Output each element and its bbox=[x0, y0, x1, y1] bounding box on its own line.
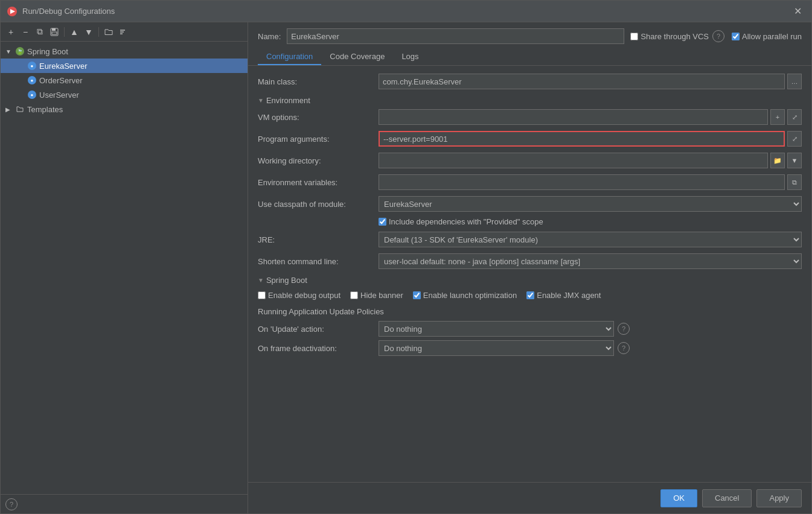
item-arrow-order bbox=[18, 77, 27, 84]
close-button[interactable]: ✕ bbox=[790, 4, 805, 18]
spring-boot-options-row: Enable debug output Hide banner Enable l… bbox=[258, 288, 802, 302]
environment-section-header[interactable]: ▼ Environment bbox=[258, 96, 802, 105]
tree-item-eureka-server[interactable]: ● EurekaServer bbox=[1, 59, 248, 73]
allow-parallel-checkbox[interactable] bbox=[732, 33, 740, 40]
save-config-button[interactable] bbox=[48, 25, 61, 39]
ok-button[interactable]: OK bbox=[660, 489, 697, 507]
frame-deactivation-field: Do nothing ? bbox=[379, 340, 630, 356]
frame-deactivation-row: On frame deactivation: Do nothing ? bbox=[258, 340, 802, 356]
hide-banner-wrap[interactable]: Hide banner bbox=[350, 291, 403, 300]
frame-deactivation-select[interactable]: Do nothing bbox=[379, 340, 614, 356]
vm-options-input[interactable] bbox=[379, 109, 768, 125]
group-arrow: ▼ bbox=[5, 48, 15, 55]
update-action-label: On 'Update' action: bbox=[258, 325, 379, 334]
enable-debug-wrap[interactable]: Enable debug output bbox=[258, 291, 340, 300]
share-vcs-help-button[interactable]: ? bbox=[712, 30, 724, 42]
svg-rect-3 bbox=[52, 28, 56, 31]
main-class-input[interactable] bbox=[379, 74, 785, 89]
program-args-label: Program arguments: bbox=[258, 135, 379, 144]
enable-jmx-wrap[interactable]: Enable JMX agent bbox=[526, 291, 601, 300]
tree-item-order-server[interactable]: ● OrderServer bbox=[1, 73, 248, 87]
cancel-button[interactable]: Cancel bbox=[702, 489, 752, 507]
tree-group-spring-boot[interactable]: ▼ 🍃 Spring Boot bbox=[1, 44, 248, 59]
enable-jmx-checkbox[interactable] bbox=[526, 291, 534, 299]
frame-deactivation-help-button[interactable]: ? bbox=[618, 342, 630, 354]
program-args-expand-button[interactable]: ⤢ bbox=[787, 131, 802, 147]
update-action-help-button[interactable]: ? bbox=[618, 323, 630, 335]
working-dir-browse-button[interactable]: 📁 bbox=[770, 153, 785, 168]
enable-debug-checkbox[interactable] bbox=[258, 291, 266, 299]
hide-banner-checkbox[interactable] bbox=[350, 291, 358, 299]
header-options: Share through VCS ? Allow parallel run bbox=[630, 30, 802, 42]
eureka-server-icon: ● bbox=[27, 61, 37, 71]
shorten-select[interactable]: user-local default: none - java [options… bbox=[379, 253, 802, 269]
update-action-row: On 'Update' action: Do nothing ? bbox=[258, 321, 802, 337]
toolbar-separator bbox=[64, 27, 65, 37]
classpath-label: Use classpath of module: bbox=[258, 200, 379, 209]
folder-button[interactable] bbox=[102, 25, 115, 39]
tab-logs[interactable]: Logs bbox=[393, 49, 427, 65]
main-class-browse-button[interactable]: … bbox=[787, 74, 802, 89]
dialog-footer: OK Cancel Apply bbox=[248, 482, 811, 513]
tree-toolbar: + − ⧉ ▲ ▼ bbox=[1, 22, 248, 42]
enable-launch-checkbox[interactable] bbox=[413, 291, 421, 299]
working-dir-dropdown-button[interactable]: ▼ bbox=[787, 153, 802, 168]
main-class-field: … bbox=[379, 74, 802, 89]
move-up-button[interactable]: ▲ bbox=[68, 25, 81, 39]
running-app-section: Running Application Update Policies On '… bbox=[258, 307, 802, 356]
jre-select[interactable]: Default (13 - SDK of 'EurekaServer' modu… bbox=[379, 232, 802, 247]
working-dir-row: Working directory: 📁 ▼ bbox=[258, 152, 802, 169]
allow-parallel-checkbox-wrap[interactable]: Allow parallel run bbox=[732, 32, 802, 41]
help-button[interactable]: ? bbox=[5, 498, 18, 510]
vm-options-add-button[interactable]: + bbox=[770, 109, 785, 125]
jre-row: JRE: Default (13 - SDK of 'EurekaServer'… bbox=[258, 231, 802, 248]
sort-button[interactable] bbox=[117, 25, 130, 39]
name-input[interactable] bbox=[287, 28, 624, 44]
tab-configuration[interactable]: Configuration bbox=[258, 49, 321, 65]
right-panel: Name: Share through VCS ? Allow parallel… bbox=[248, 22, 811, 513]
main-class-label: Main class: bbox=[258, 77, 379, 86]
env-vars-field: ⧉ bbox=[379, 174, 802, 190]
env-vars-input[interactable] bbox=[379, 174, 785, 190]
include-deps-checkbox-wrap[interactable]: Include dependencies with "Provided" sco… bbox=[379, 217, 543, 226]
bottom-help-area: ? bbox=[1, 494, 248, 513]
update-action-select[interactable]: Do nothing bbox=[379, 321, 614, 337]
allow-parallel-label: Allow parallel run bbox=[742, 32, 802, 41]
remove-config-button[interactable]: − bbox=[19, 25, 32, 39]
share-vcs-checkbox[interactable] bbox=[630, 33, 638, 40]
tab-code-coverage[interactable]: Code Coverage bbox=[321, 49, 393, 65]
classpath-select[interactable]: EurekaServer bbox=[379, 196, 802, 212]
config-header: Name: Share through VCS ? Allow parallel… bbox=[248, 22, 811, 44]
spring-boot-section-label: Spring Boot bbox=[266, 276, 307, 285]
main-class-row: Main class: … bbox=[258, 73, 802, 90]
app-icon bbox=[7, 6, 18, 17]
apply-button[interactable]: Apply bbox=[756, 489, 802, 507]
working-dir-label: Working directory: bbox=[258, 156, 379, 165]
move-down-button[interactable]: ▼ bbox=[82, 25, 95, 39]
tree-item-templates[interactable]: ▶ Templates bbox=[1, 102, 248, 116]
program-args-input[interactable] bbox=[379, 131, 785, 147]
share-vcs-checkbox-wrap[interactable]: Share through VCS ? bbox=[630, 30, 724, 42]
run-debug-dialog: Run/Debug Configurations ✕ + − ⧉ ▲ ▼ bbox=[0, 0, 812, 514]
spring-boot-arrow: ▼ bbox=[258, 277, 264, 284]
jre-field: Default (13 - SDK of 'EurekaServer' modu… bbox=[379, 232, 802, 247]
env-vars-row: Environment variables: ⧉ bbox=[258, 174, 802, 191]
enable-launch-label: Enable launch optimization bbox=[423, 291, 517, 300]
copy-config-button[interactable]: ⧉ bbox=[33, 25, 46, 39]
dialog-title: Run/Debug Configurations bbox=[22, 7, 790, 16]
add-config-button[interactable]: + bbox=[4, 25, 18, 39]
include-deps-label: Include dependencies with "Provided" sco… bbox=[389, 217, 543, 226]
vm-options-expand-button[interactable]: ⤢ bbox=[787, 109, 802, 125]
spring-boot-section-header[interactable]: ▼ Spring Boot bbox=[258, 276, 802, 285]
vm-options-field: + ⤢ bbox=[379, 109, 802, 125]
enable-launch-wrap[interactable]: Enable launch optimization bbox=[413, 291, 517, 300]
include-deps-checkbox[interactable] bbox=[379, 218, 386, 226]
user-server-icon: ● bbox=[27, 90, 37, 100]
working-dir-input[interactable] bbox=[379, 153, 768, 168]
working-dir-field: 📁 ▼ bbox=[379, 153, 802, 168]
enable-jmx-label: Enable JMX agent bbox=[537, 291, 601, 300]
env-vars-copy-button[interactable]: ⧉ bbox=[787, 174, 802, 190]
env-vars-label: Environment variables: bbox=[258, 178, 379, 187]
tree-item-user-server[interactable]: ● UserServer bbox=[1, 87, 248, 102]
item-arrow-eureka bbox=[18, 63, 27, 69]
